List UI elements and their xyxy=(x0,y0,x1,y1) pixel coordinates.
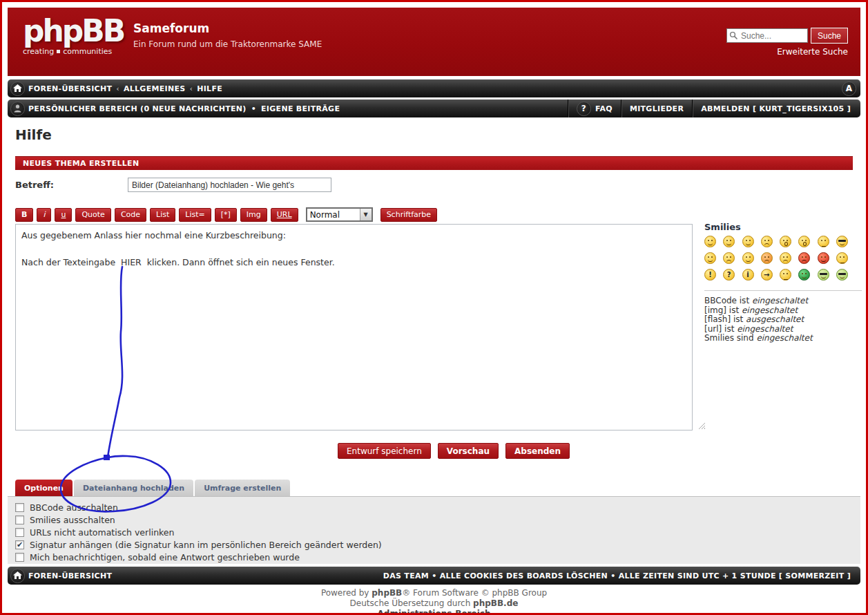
img-button[interactable]: Img xyxy=(240,208,267,222)
underline-button[interactable]: u xyxy=(55,208,72,222)
footer-forum-overview-link[interactable]: FOREN-ÜBERSICHT xyxy=(28,571,112,580)
faq-link[interactable]: ? FAQ xyxy=(568,100,621,117)
message-textarea[interactable]: Aus gegebenem Anlass hier nochmal eine K… xyxy=(15,224,693,430)
personal-area-link[interactable]: PERSÖNLICHER BEREICH (0 NEUE NACHRICHTEN… xyxy=(28,104,247,113)
search-button[interactable]: Suche xyxy=(811,28,848,44)
powered-by: Powered by phpBB® Forum Software © phpBB… xyxy=(2,588,866,615)
phpbb-logo[interactable]: phpBB creating communities xyxy=(23,16,126,56)
advanced-search-link[interactable]: Erweiterte Suche xyxy=(777,47,848,57)
personal-area-links: PERSÖNLICHER BEREICH (0 NEUE NACHRICHTEN… xyxy=(28,104,340,113)
divider xyxy=(704,290,862,291)
smiley-smile-icon[interactable] xyxy=(723,236,735,247)
tab-create-poll[interactable]: Umfrage erstellen xyxy=(195,480,290,496)
smiley-mad-icon[interactable] xyxy=(723,252,735,264)
smiley-rolleyes-icon[interactable] xyxy=(836,252,848,264)
tab-attachment-upload[interactable]: Dateianhang hochladen xyxy=(74,480,193,496)
page-title: Hilfe xyxy=(15,126,52,143)
breadcrumb: FOREN-ÜBERSICHT‹ALLGEMEINES‹HILFE xyxy=(28,84,222,93)
smiley-idea-icon[interactable]: i xyxy=(742,269,754,281)
smiley-geek-icon[interactable] xyxy=(818,269,829,281)
translation-line: Deutsche Übersetzung durch phpBB.de xyxy=(2,598,866,609)
option-row: BBCode ausschalten xyxy=(15,501,860,513)
smiley-shocked-icon[interactable] xyxy=(798,236,810,247)
phpbb-logo-text: phpBB xyxy=(23,16,126,46)
breadcrumb-bar: FOREN-ÜBERSICHT‹ALLGEMEINES‹HILFE A xyxy=(8,79,860,97)
search-icon xyxy=(729,31,738,40)
bbcode-status-line: [url] ist eingeschaltet xyxy=(704,325,863,334)
home-icon[interactable] xyxy=(10,569,25,583)
bbcode-status-line: [img] ist eingeschaltet xyxy=(704,306,863,316)
checkbox-disable-bbcode[interactable] xyxy=(15,503,24,512)
search-area: Suche xyxy=(726,28,848,44)
question-icon: ? xyxy=(577,102,591,116)
smiley-sad-icon[interactable] xyxy=(761,236,773,247)
submit-actions: Entwurf speichern Vorschau Absenden xyxy=(338,443,570,459)
smiley-razz-icon[interactable] xyxy=(742,252,754,264)
submit-button[interactable]: Absenden xyxy=(505,443,570,459)
smiley-exclaim-icon[interactable]: ! xyxy=(704,269,716,281)
new-topic-panel-header: NEUES THEMA ERSTELLEN xyxy=(15,156,853,170)
list-item-button[interactable]: [*] xyxy=(215,208,237,222)
font-color-button[interactable]: Schriftfarbe xyxy=(380,208,437,222)
footer-links[interactable]: DAS TEAM • ALLE COOKIES DES BOARDS LÖSCH… xyxy=(383,571,860,580)
save-draft-button[interactable]: Entwurf speichern xyxy=(338,443,431,459)
smiley-neutral-icon[interactable] xyxy=(780,269,791,281)
tab-options[interactable]: Optionen xyxy=(15,480,73,496)
subject-input[interactable] xyxy=(128,178,331,192)
resize-grip-icon[interactable] xyxy=(698,422,705,429)
smiley-evil-icon[interactable] xyxy=(798,252,810,264)
user-icon[interactable] xyxy=(10,102,25,116)
smiley-arrow-icon[interactable]: → xyxy=(761,269,773,281)
own-posts-link[interactable]: EIGENE BEITRÄGE xyxy=(261,104,340,113)
breadcrumb-forum-overview[interactable]: FOREN-ÜBERSICHT xyxy=(28,84,112,93)
smiley-embarrassed-icon[interactable] xyxy=(761,252,773,264)
members-link[interactable]: MITGLIEDER xyxy=(621,100,692,117)
bullet-separator: • xyxy=(251,104,256,113)
options-panel: BBCode ausschalten Smilies ausschalten U… xyxy=(8,496,860,564)
list-button[interactable]: List xyxy=(150,208,175,222)
bbcode-status-line: Smilies sind eingeschaltet xyxy=(704,334,863,343)
phpbb-page: phpBB creating communities Sameforum Ein… xyxy=(0,0,868,615)
phpbb-logo-tagline: creating communities xyxy=(23,47,126,56)
breadcrumb-allgemeines[interactable]: ALLGEMEINES xyxy=(124,84,186,93)
checkbox-attach-signature[interactable] xyxy=(15,540,24,549)
admin-area-link[interactable]: Administrations-Bereich xyxy=(378,609,491,615)
font-size-select[interactable]: Normal ▼ xyxy=(306,207,373,222)
breadcrumb-hilfe[interactable]: HILFE xyxy=(197,84,222,93)
checkbox-notify-reply[interactable] xyxy=(15,553,24,562)
logo-square-icon xyxy=(57,50,60,53)
smiley-biggrin-icon[interactable] xyxy=(704,236,716,247)
checkbox-no-autolink[interactable] xyxy=(15,528,24,537)
bbcode-status-line: [flash] ist ausgeschaltet xyxy=(704,315,863,325)
font-size-icon[interactable]: A xyxy=(842,82,856,96)
ordered-list-button[interactable]: List= xyxy=(179,208,211,222)
bold-button[interactable]: B xyxy=(15,208,33,222)
home-icon[interactable] xyxy=(10,82,25,96)
italic-button[interactable]: i xyxy=(37,208,51,222)
smiley-ugeek-icon[interactable] xyxy=(836,269,848,281)
smiley-lol-icon[interactable] xyxy=(704,252,716,264)
search-input[interactable] xyxy=(726,28,808,43)
option-row: Mich benachrichtigen, sobald eine Antwor… xyxy=(15,551,860,563)
quote-button[interactable]: Quote xyxy=(75,208,110,222)
site-description: Ein Forum rund um die Traktorenmarke SAM… xyxy=(133,39,322,49)
smiley-surprised-icon[interactable] xyxy=(780,236,791,247)
code-button[interactable]: Code xyxy=(115,208,146,222)
logout-link[interactable]: ABMELDEN [ KURT_TIGERSIX105 ] xyxy=(692,100,860,117)
breadcrumb-separator: ‹ xyxy=(190,84,193,93)
option-row: URLs nicht automatisch verlinken xyxy=(15,526,860,538)
smiley-cool-icon[interactable] xyxy=(836,236,848,247)
smiley-crying-icon[interactable] xyxy=(780,252,791,264)
preview-button[interactable]: Vorschau xyxy=(438,443,499,459)
smiley-confused-icon[interactable] xyxy=(818,236,829,247)
smiley-twisted-icon[interactable] xyxy=(818,252,829,264)
checkbox-disable-smilies[interactable] xyxy=(15,515,24,524)
site-header: phpBB creating communities Sameforum Ein… xyxy=(8,8,860,76)
smiley-question-icon[interactable]: ? xyxy=(723,269,735,281)
smiley-wink-icon[interactable] xyxy=(742,236,754,247)
site-title[interactable]: Sameforum xyxy=(133,21,209,35)
smiley-mrgreen-icon[interactable] xyxy=(798,269,810,281)
user-bar: PERSÖNLICHER BEREICH (0 NEUE NACHRICHTEN… xyxy=(8,100,860,117)
url-button[interactable]: URL xyxy=(271,208,298,222)
subject-label: Betreff: xyxy=(15,180,54,190)
